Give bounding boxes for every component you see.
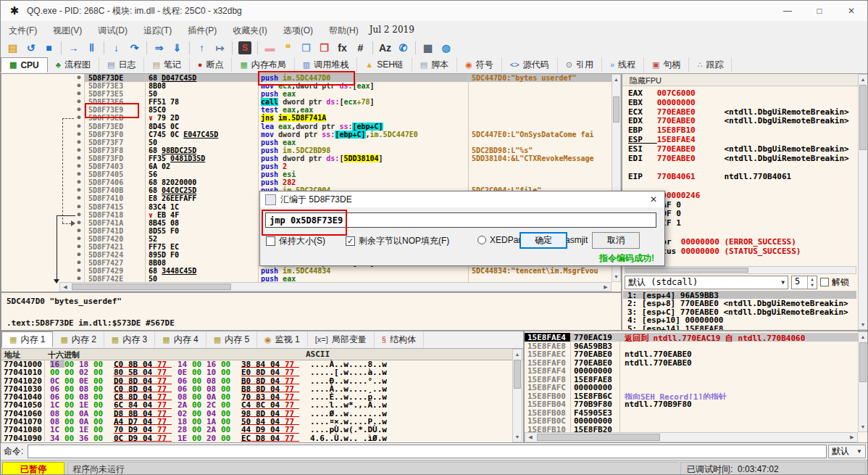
tab-CPU[interactable]: ▦CPU [1, 57, 48, 73]
breakpoint-dot-icon[interactable]: ● [74, 267, 85, 275]
breakpoint-dot-icon[interactable]: ● [74, 194, 85, 202]
argument-row[interactable]: 1: [esp+4] 96A59BB3 [623, 291, 856, 299]
menu-item[interactable]: 插件(P) [180, 25, 225, 36]
breakpoint-dot-icon[interactable]: ● [74, 203, 85, 211]
register-line[interactable] [622, 162, 868, 172]
tab-脚本[interactable]: ▤脚本 [412, 57, 457, 73]
stop-icon[interactable]: ■ [40, 40, 58, 56]
breakpoint-dot-icon[interactable]: ● [74, 227, 85, 235]
hide-fpu-button[interactable]: 隐藏FPU [622, 74, 868, 86]
breakpoint-dot-icon[interactable]: ● [74, 90, 85, 98]
close-button[interactable]: ✕ [835, 1, 867, 21]
registers-hscrollbar[interactable] [624, 266, 856, 274]
tab-流程图[interactable]: ♣流程图 [48, 57, 99, 73]
tab-局部变量[interactable]: [x=]局部变量 [308, 331, 375, 347]
tab-日志[interactable]: ▤日志 [99, 57, 144, 73]
disasm-row[interactable]: ●5D8F73F750push eax [1, 139, 612, 146]
tab-监视 1[interactable]: ◉监视 1 [257, 331, 308, 347]
disasm-row[interactable]: ●5D8F742968 3448C45Dpush im.5DC448345DC4… [1, 267, 612, 275]
comment-icon[interactable]: ❝ [279, 40, 297, 56]
register-line[interactable]: EDI 770EABE0 <ntdll.DbgUiRemoteBreakin> [622, 154, 868, 163]
dump-row[interactable]: 7704101000000200805B04770E001000E08D0477… [1, 368, 513, 376]
breakpoint-dot-icon[interactable]: ● [74, 251, 85, 259]
breakpoint-dot-icon[interactable]: ● [74, 74, 85, 82]
keep-size-checkbox[interactable]: 保持大小(S) [266, 235, 325, 247]
run-to-user-code-icon[interactable]: ⇓ [168, 40, 186, 56]
register-line[interactable]: ECX 770EABE0 <ntdll.DbgUiRemoteBreakin> [622, 107, 868, 117]
breakpoint-dot-icon[interactable]: ● [74, 259, 85, 267]
menu-item[interactable]: 文件(F) [1, 25, 45, 36]
register-line[interactable] [622, 181, 868, 191]
memory-dump-panel[interactable]: ▦内存 1▦内存 2▦内存 3▦内存 4▦内存 5◉监视 1[x=]局部变量§结… [1, 331, 524, 443]
breakpoint-dot-icon[interactable]: ● [74, 146, 85, 154]
globe-icon[interactable]: ◍ [437, 40, 455, 56]
stack-row[interactable]: 15E8FB0015E8FB6C指向SEH_Record[1]的指针 [525, 392, 858, 400]
run-icon[interactable]: → [64, 40, 83, 56]
menu-item[interactable]: 帮助(H) [321, 25, 367, 36]
dump-row[interactable]: 770410801C001E0070D9047728002A0044D90477… [1, 425, 513, 433]
label-icon[interactable]: ❐ [297, 40, 315, 56]
execute-till-return-icon[interactable]: ⇒ [150, 40, 168, 56]
stack-row[interactable]: 15E8FAF0770EABE0ntdll.770EABE0 [525, 358, 858, 367]
tab-内存 4[interactable]: ▦内存 4 [155, 331, 206, 347]
breakpoint-dot-icon[interactable]: ● [74, 178, 85, 186]
tab-SEH链[interactable]: ▲SEH链 [357, 57, 412, 73]
tab-源代码[interactable]: <>源代码 [502, 57, 558, 73]
tab-内存 1[interactable]: ▦内存 1 [1, 331, 53, 347]
breakpoint-dot-icon[interactable]: ● [74, 211, 85, 219]
disasm-row[interactable]: ●5D8F73F0C745 0C E047C45Dmov dword ptr s… [1, 131, 612, 139]
disasm-row[interactable]: ●5D8F74036A 02push 2 [1, 162, 612, 170]
disasm-row[interactable]: ●5D8F73F868 98BDC25Dpush im.5DC2BD985DC2… [1, 146, 612, 154]
disasm-row[interactable]: ●5D8F740668 82020000push 282 [1, 178, 612, 186]
tab-调用堆栈[interactable]: ▥调用堆栈 [295, 57, 357, 73]
stack-row[interactable]: 15E8FAF400000000 [525, 366, 858, 375]
stack-row[interactable]: 15E8FAF815E8FAE8 [525, 375, 858, 384]
restart-icon[interactable]: ↺ [22, 40, 40, 56]
menu-item[interactable]: 视图(V) [45, 25, 90, 36]
dump-row[interactable]: 7704100016001800C08B04771400160038840477… [1, 360, 513, 368]
dump-vscrollbar[interactable]: ▲ ▼ [512, 349, 522, 442]
bookmark-icon[interactable]: ❒ [315, 40, 333, 56]
tab-句柄[interactable]: ▣句柄 [644, 57, 689, 73]
pause-icon[interactable]: ‖ [83, 40, 101, 56]
breakpoint-dot-icon[interactable]: ● [74, 106, 85, 114]
stack-hscrollbar[interactable]: ◀ ▶ [525, 432, 858, 442]
tab-内存 2[interactable]: ▦内存 2 [53, 331, 104, 347]
arg-count-stepper[interactable]: 5 ▲▼ [791, 276, 817, 289]
function-icon[interactable]: fx [333, 40, 351, 56]
breakpoint-dot-icon[interactable]: ● [74, 114, 85, 122]
minimize-button[interactable]: — [772, 1, 804, 21]
breakpoint-dot-icon[interactable]: ● [74, 154, 85, 162]
argument-row[interactable]: 5: [esp+14] 15E8FAE8 [623, 324, 856, 331]
breakpoint-dot-icon[interactable]: ● [74, 170, 85, 178]
dump-row[interactable]: 7704104006000800C88D047708000A0070830477… [1, 392, 513, 400]
menu-item[interactable]: 收藏夹(I) [225, 25, 275, 36]
stack-panel[interactable]: 15E8FAE4770EAC19返回到 ntdll.770EAC19 自 ntd… [524, 331, 868, 443]
tab-内存布局[interactable]: ▦内存布局 [232, 57, 294, 73]
tab-内存 3[interactable]: ▦内存 3 [104, 331, 155, 347]
breakpoint-dot-icon[interactable]: ● [74, 243, 85, 251]
phone-icon[interactable]: ✆ [394, 40, 412, 56]
tab-笔记[interactable]: ▤笔记 [144, 57, 189, 73]
stack-row[interactable]: 15E8FB04770B9F80ntdll.770B9F80 [525, 400, 858, 408]
dump-row[interactable]: 77041090340036000CD904771E002000ECD80477… [1, 434, 513, 442]
settings-s-badge-icon[interactable]: S [238, 41, 251, 54]
stack-row[interactable]: 15E8FB0C00000000 [525, 416, 858, 425]
breakpoint-dot-icon[interactable]: ● [74, 139, 85, 146]
stack-row[interactable]: 15E8FAEC770EABE0ntdll.770EABE0 [525, 350, 858, 358]
az-text-icon[interactable]: Az [376, 40, 394, 56]
register-line[interactable]: EBP 15E8FB10 [622, 125, 868, 135]
stack-row[interactable]: 15E8FAE896A59BB3 [525, 342, 858, 350]
tab-跟踪[interactable]: ∴跟踪 [689, 57, 732, 73]
step-over-icon[interactable]: ↷ [125, 40, 143, 56]
dump-row[interactable]: 7704103006000800C08D047706000800B88D0477… [1, 384, 513, 392]
unlock-checkbox[interactable] [820, 278, 829, 286]
tab-符号[interactable]: ◉符号 [457, 57, 502, 73]
breakpoint-dot-icon[interactable]: ● [74, 98, 85, 106]
calculator-icon[interactable]: ▦ [419, 40, 437, 56]
tab-内存 5[interactable]: ▦内存 5 [206, 331, 257, 347]
register-line[interactable]: ESP 15E8FAE4 [622, 135, 868, 144]
disasm-row[interactable]: ●5D8F73E550push eax [1, 90, 612, 98]
menu-item[interactable]: 调试(D) [90, 25, 135, 36]
breakpoint-dot-icon[interactable]: ● [74, 123, 85, 131]
